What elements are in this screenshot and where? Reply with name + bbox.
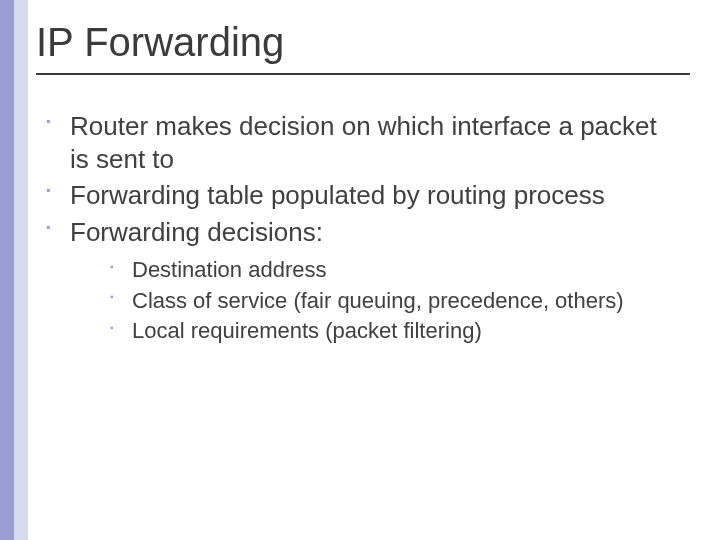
list-item: Destination address: [106, 256, 680, 285]
slide-title: IP Forwarding: [36, 20, 690, 65]
bullet-text: Forwarding decisions:: [70, 217, 323, 247]
bullet-list: Router makes decision on which interface…: [40, 110, 680, 346]
sidebar-dark: [0, 0, 14, 540]
slide-body: Router makes decision on which interface…: [40, 110, 680, 350]
slide: IP Forwarding Router makes decision on w…: [0, 0, 720, 540]
list-item: Class of service (fair queuing, preceden…: [106, 287, 680, 316]
title-area: IP Forwarding: [36, 20, 690, 75]
sub-bullet-text: Class of service (fair queuing, preceden…: [132, 288, 624, 313]
list-item: Forwarding decisions: Destination addres…: [40, 216, 680, 346]
list-item: Router makes decision on which interface…: [40, 110, 680, 175]
bullet-text: Router makes decision on which interface…: [70, 111, 657, 174]
bullet-text: Forwarding table populated by routing pr…: [70, 180, 605, 210]
title-rule: [36, 73, 690, 75]
sub-bullet-list: Destination address Class of service (fa…: [70, 256, 680, 346]
list-item: Local requirements (packet filtering): [106, 317, 680, 346]
sub-bullet-text: Destination address: [132, 257, 326, 282]
sub-bullet-text: Local requirements (packet filtering): [132, 318, 482, 343]
list-item: Forwarding table populated by routing pr…: [40, 179, 680, 212]
